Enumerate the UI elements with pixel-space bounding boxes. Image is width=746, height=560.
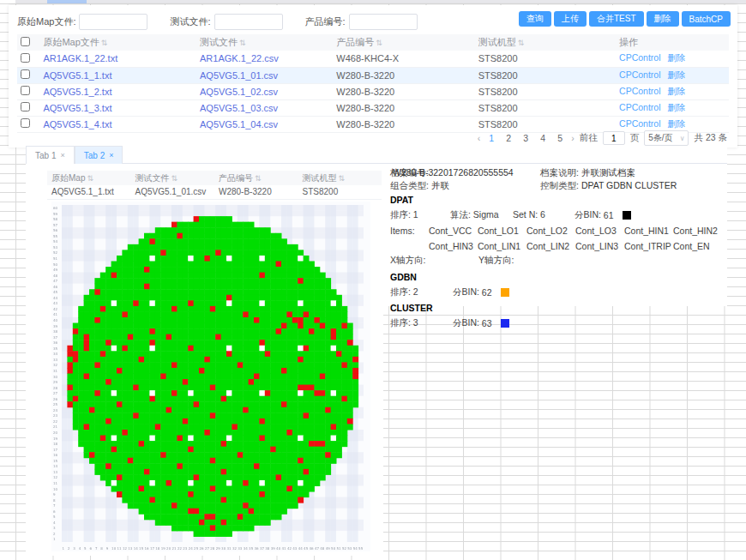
toolbar-button-合并TEST[interactable]: 合并TEST bbox=[589, 11, 644, 27]
table-row[interactable]: AQ5VG5.1_3.txtAQ5VG5.1_03.csvW280-B-3220… bbox=[17, 99, 729, 116]
page-size-select[interactable]: 5条/页 ∨ bbox=[644, 130, 689, 146]
header-machine-type[interactable]: 测试机型⇅ bbox=[475, 34, 616, 51]
cpcontrol-link[interactable]: CPControl bbox=[619, 86, 660, 96]
dpat-sort-label: 排序: bbox=[390, 209, 411, 220]
total-count: 共 23 条 bbox=[694, 132, 727, 144]
sort-icon[interactable]: ⇅ bbox=[518, 39, 525, 47]
map-file-label: 原始Map文件: bbox=[17, 15, 75, 28]
next-page-button[interactable]: › bbox=[571, 133, 575, 143]
delete-link[interactable]: 删除 bbox=[668, 118, 686, 129]
row-checkbox[interactable] bbox=[21, 118, 30, 128]
close-icon[interactable]: × bbox=[109, 151, 113, 160]
dpat-section-title: DPAT bbox=[390, 195, 724, 205]
page-button-4[interactable]: 4 bbox=[537, 133, 549, 143]
header-product-no[interactable]: 产品编号⇅ bbox=[333, 34, 474, 51]
close-icon[interactable]: × bbox=[60, 151, 64, 160]
sort-icon[interactable]: ⇅ bbox=[101, 39, 108, 47]
wafer-map-canvas bbox=[51, 202, 370, 551]
toolbar-button-查询[interactable]: 查询 bbox=[519, 11, 551, 27]
row-checkbox[interactable] bbox=[21, 69, 30, 79]
cpcontrol-link[interactable]: CPControl bbox=[619, 118, 660, 129]
header-test-file[interactable]: 测试文件⇅ bbox=[196, 34, 333, 51]
sort-icon: ⇅ bbox=[171, 174, 178, 183]
file-table: 原始Map文件⇅ 测试文件⇅ 产品编号⇅ 测试机型⇅ 操作 AR1AGK.1_2… bbox=[17, 34, 729, 133]
page-button-1[interactable]: 1 bbox=[485, 133, 497, 143]
detail-header-row: 原始Map⇅ 测试文件⇅ 产品编号⇅ 测试机型⇅ bbox=[47, 171, 382, 185]
prev-page-button[interactable]: ‹ bbox=[478, 133, 481, 143]
cpcontrol-link[interactable]: CPControl bbox=[619, 52, 660, 63]
dpat-item: Cont_LIN1 bbox=[478, 241, 526, 251]
table-row[interactable]: AQ5VG5.1_2.txtAQ5VG5.1_02.csvW280-B-3220… bbox=[17, 83, 729, 99]
tab-tab-2[interactable]: Tab 2× bbox=[75, 146, 123, 164]
cluster-sort-value: 3 bbox=[413, 317, 418, 328]
page-button-5[interactable]: 5 bbox=[554, 133, 566, 143]
gdbn-bin-color-swatch bbox=[501, 288, 509, 297]
header-actions: 操作 bbox=[616, 34, 729, 51]
row-checkbox[interactable] bbox=[21, 53, 30, 63]
product-cell: W280-B-3220 bbox=[336, 70, 394, 81]
product-no-input[interactable] bbox=[349, 14, 418, 30]
file-no-value: W280-B-32201726820555554 bbox=[393, 167, 514, 178]
tab-content-left-panel: 原始Map⇅ 测试文件⇅ 产品编号⇅ 测试机型⇅ AQ5VG5.1_1.txt … bbox=[26, 164, 383, 556]
dpat-sort-value: 1 bbox=[413, 209, 418, 220]
row-checkbox[interactable] bbox=[21, 86, 30, 95]
dpat-item: Cont_LO3 bbox=[575, 226, 624, 236]
cpcontrol-link[interactable]: CPControl bbox=[619, 69, 660, 80]
combo-type-label: 组合类型: bbox=[390, 180, 429, 190]
detail-header-map[interactable]: 原始Map⇅ bbox=[47, 171, 131, 185]
row-checkbox[interactable] bbox=[21, 102, 30, 111]
test-file-link[interactable]: AQ5VG5.1_02.csv bbox=[200, 87, 278, 97]
map-file-link[interactable]: AQ5VG5.1_4.txt bbox=[43, 119, 111, 129]
machine-cell: STS8200 bbox=[478, 70, 518, 81]
delete-link[interactable]: 删除 bbox=[668, 102, 686, 112]
map-file-link[interactable]: AQ5VG5.1_3.txt bbox=[43, 103, 111, 113]
delete-link[interactable]: 删除 bbox=[668, 86, 686, 96]
dpat-item: Cont_HIN2 bbox=[673, 226, 722, 236]
gdbn-bin-value: 62 bbox=[482, 287, 492, 298]
toolbar-button-上传[interactable]: 上传 bbox=[554, 11, 587, 27]
cluster-bin-color-swatch bbox=[501, 319, 509, 328]
toolbar-button-BatchCP[interactable]: BatchCP bbox=[682, 11, 731, 27]
delete-link[interactable]: 删除 bbox=[668, 52, 686, 63]
test-file-link[interactable]: AR1AGK.1_22.csv bbox=[200, 53, 279, 63]
filter-bar: 原始Map文件: 测试文件: 产品编号: bbox=[17, 12, 440, 31]
cpcontrol-link[interactable]: CPControl bbox=[619, 102, 660, 112]
page-button-3[interactable]: 3 bbox=[520, 133, 532, 143]
sort-icon[interactable]: ⇅ bbox=[239, 39, 246, 47]
tab-label: Tab 2 bbox=[84, 151, 105, 160]
dpat-item: Cont_HIN3 bbox=[429, 241, 478, 251]
toolbar-button-删除[interactable]: 删除 bbox=[647, 11, 679, 27]
table-row[interactable]: AQ5VG5.1_1.txtAQ5VG5.1_01.csvW280-B-3220… bbox=[17, 67, 729, 83]
map-file-link[interactable]: AQ5VG5.1_1.txt bbox=[43, 70, 111, 81]
map-file-link[interactable]: AQ5VG5.1_2.txt bbox=[43, 87, 111, 97]
sort-icon[interactable]: ⇅ bbox=[376, 39, 382, 47]
detail-header-product[interactable]: 产品编号⇅ bbox=[214, 171, 298, 185]
cluster-bin-value: 63 bbox=[482, 318, 492, 328]
tab-tab-1[interactable]: Tab 1× bbox=[26, 146, 75, 164]
table-header-row: 原始Map文件⇅ 测试文件⇅ 产品编号⇅ 测试机型⇅ 操作 bbox=[17, 34, 729, 51]
test-file-link[interactable]: AQ5VG5.1_01.csv bbox=[200, 70, 278, 81]
select-all-checkbox[interactable] bbox=[21, 37, 30, 46]
page-label: 页 bbox=[630, 132, 640, 144]
tab-bar: Tab 1×Tab 2× bbox=[26, 146, 727, 164]
test-file-link[interactable]: AQ5VG5.1_04.csv bbox=[200, 119, 278, 129]
test-file-input[interactable] bbox=[214, 14, 283, 30]
detail-header-machine[interactable]: 测试机型⇅ bbox=[298, 171, 382, 185]
map-file-input[interactable] bbox=[79, 14, 147, 30]
map-file-link[interactable]: AR1AGK.1_22.txt bbox=[43, 53, 117, 63]
delete-link[interactable]: 删除 bbox=[668, 69, 686, 80]
page-button-2[interactable]: 2 bbox=[502, 133, 514, 143]
detail-header-test[interactable]: 测试文件⇅ bbox=[131, 171, 215, 185]
goto-page-input[interactable] bbox=[603, 131, 625, 145]
product-cell: W280-B-3220 bbox=[336, 87, 394, 97]
header-map-file[interactable]: 原始Map文件⇅ bbox=[39, 34, 196, 51]
ctrl-type-value: DPAT GDBN CLUSTER bbox=[581, 180, 677, 190]
product-cell: W280-B-3220 bbox=[336, 119, 394, 129]
table-row[interactable]: AR1AGK.1_22.txtAR1AGK.1_22.csvW468-KHC4-… bbox=[17, 51, 729, 67]
dpat-item: Cont_LO1 bbox=[478, 226, 526, 236]
dpat-setn-value: 6 bbox=[540, 209, 545, 220]
detail-table: 原始Map⇅ 测试文件⇅ 产品编号⇅ 测试机型⇅ AQ5VG5.1_1.txt … bbox=[47, 171, 382, 200]
test-file-link[interactable]: AQ5VG5.1_03.csv bbox=[200, 103, 278, 113]
machine-cell: STS8200 bbox=[478, 119, 518, 129]
gdbn-bin-label: 分BIN: bbox=[453, 286, 479, 298]
